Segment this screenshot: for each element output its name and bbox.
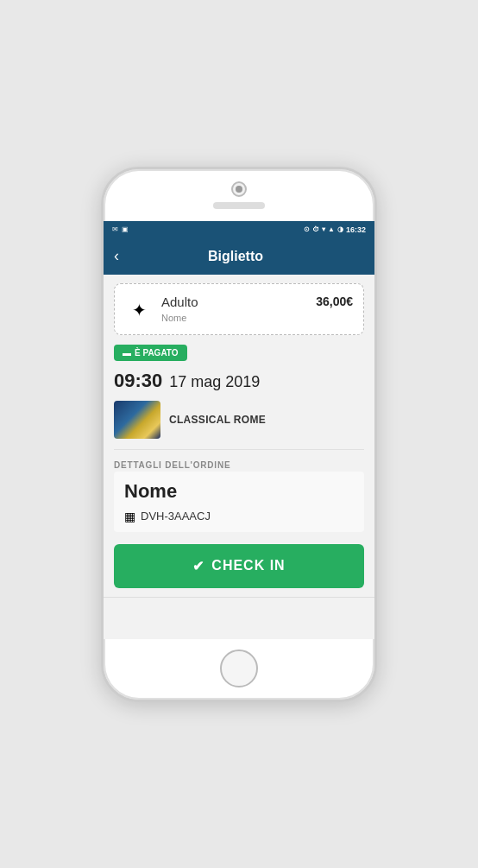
datetime-row: 09:30 17 mag 2019 [114,370,364,392]
event-date: 17 mag 2019 [169,373,260,391]
paid-badge-label: È PAGATO [135,348,179,358]
divider [114,449,364,450]
bottom-divider [104,597,374,598]
ticket-price: 36,00€ [316,295,353,308]
barcode-icon: ▦ [124,510,135,523]
wifi-icon: ▾ [322,225,325,233]
phone-button-volume-down [101,307,103,332]
phone-button-power [375,290,377,325]
app-header: ‹ Biglietto [104,238,374,275]
alarm-icon: ⏱ [312,225,319,233]
ticket-type: Adulto [161,295,198,309]
clock: 16:32 [346,225,366,234]
checkin-check-icon: ✔ [192,558,204,574]
checkin-label: CHECK IN [211,558,285,573]
sync-icon: ⊙ [304,225,310,233]
order-details-bg: Nome ▦ DVH-3AAACJ [114,472,364,532]
back-button[interactable]: ‹ [114,247,119,265]
phone-speaker [213,202,265,209]
phone-camera [231,181,247,197]
paid-badge: ▬ È PAGATO [114,345,187,361]
ticket-star-icon: ✦ [125,296,153,324]
booking-code: DVH-3AAACJ [141,510,211,523]
ticket-card: ✦ Adulto 36,00€ Nome [114,283,364,335]
status-bar: ✉ ▣ ⊙ ⏱ ▾ ▲ ◑ 16:32 [104,221,374,238]
order-details-label: DETTAGLI DELL'ORDINE [114,460,364,470]
header-title: Biglietto [126,249,345,264]
tour-image-placeholder [114,401,160,439]
checkin-button[interactable]: ✔ CHECK IN [114,544,364,588]
phone-button-volume-up [101,273,103,297]
ticket-subtitle: Nome [161,313,353,323]
event-time: 09:30 [114,370,162,392]
ticket-info: Adulto 36,00€ Nome [161,295,353,323]
tour-image [114,401,160,439]
status-left-icons: ✉ ▣ [112,225,129,233]
phone-device: ✉ ▣ ⊙ ⏱ ▾ ▲ ◑ 16:32 ‹ Biglietto ✦ [101,167,377,702]
user-name: Nome [124,480,354,503]
battery-icon: ◑ [337,225,343,233]
ticket-title-row: Adulto 36,00€ [161,295,353,309]
paid-badge-icon: ▬ [123,348,131,358]
phone-home-button[interactable] [220,649,258,687]
tour-row: CLASSICAL ROME [114,401,364,439]
tour-name: CLASSICAL ROME [169,414,266,426]
status-right-area: ⊙ ⏱ ▾ ▲ ◑ 16:32 [304,225,366,234]
phone-screen: ✉ ▣ ⊙ ⏱ ▾ ▲ ◑ 16:32 ‹ Biglietto ✦ [104,221,374,639]
signal-icon: ▲ [328,225,335,233]
paid-badge-container: ▬ È PAGATO [114,344,364,361]
mail-icon: ✉ [112,225,118,233]
booking-code-row: ▦ DVH-3AAACJ [124,510,354,523]
order-details-section: DETTAGLI DELL'ORDINE Nome ▦ DVH-3AAACJ [114,460,364,532]
screen-content: ✦ Adulto 36,00€ Nome ▬ È PAGATO 09:3 [104,275,374,639]
image-icon: ▣ [122,225,129,233]
